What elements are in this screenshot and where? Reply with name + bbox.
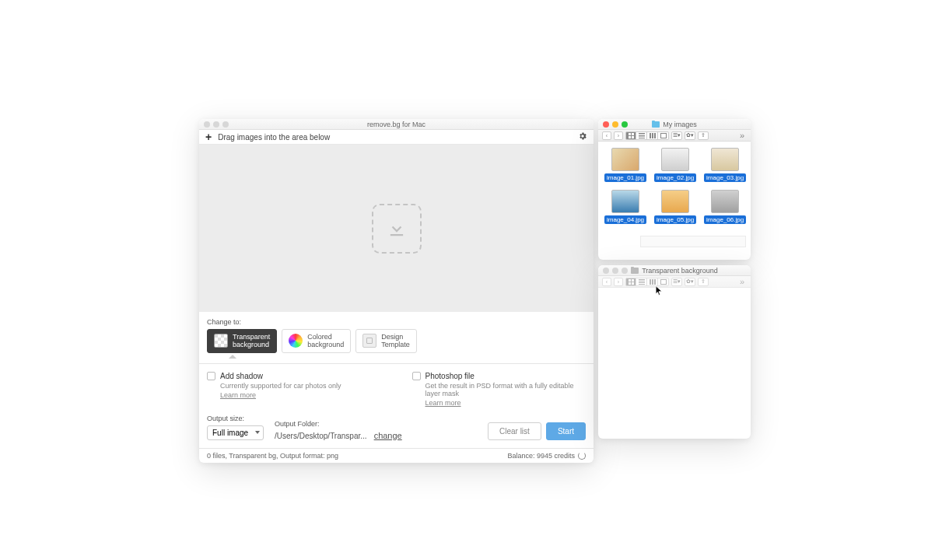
columns-icon — [650, 133, 656, 138]
share-button[interactable]: ⇧ — [698, 278, 709, 286]
back-button[interactable]: ‹ — [602, 278, 611, 286]
group-button[interactable]: ☰▾ — [671, 278, 682, 286]
finder1-titlebar[interactable]: My images — [598, 119, 751, 130]
column-view-button[interactable] — [647, 278, 658, 286]
finder2-titlebar[interactable]: Transparent background — [598, 265, 751, 276]
app-titlebar[interactable]: remove.bg for Mac — [199, 119, 594, 130]
view-switcher[interactable] — [625, 131, 669, 140]
file-item[interactable]: image_03.jpg — [704, 148, 746, 182]
file-grid[interactable]: image_01.jpgimage_02.jpgimage_03.jpgimag… — [598, 142, 751, 230]
output-size-label: Output size: — [207, 415, 264, 422]
finder-transparent-window: Transparent background ‹ › ☰▾ ✿▾ ⇧ » — [598, 265, 751, 439]
drop-zone[interactable] — [199, 145, 594, 312]
psd-label: Photoshop file — [425, 372, 474, 380]
drag-selection-rect — [640, 236, 746, 247]
option-transparent-bg[interactable]: Transparent background — [207, 329, 277, 353]
settings-gear-icon[interactable] — [578, 131, 587, 142]
option-design-template[interactable]: Design Template — [355, 329, 417, 353]
option-colored-bg[interactable]: Colored background — [282, 329, 351, 353]
file-name-label: image_02.jpg — [654, 173, 696, 182]
status-summary: 0 files, Transparent bg, Output format: … — [207, 452, 338, 460]
output-folder-label: Output Folder: — [275, 420, 402, 428]
icon-view-button[interactable] — [625, 131, 636, 140]
gallery-view-button[interactable] — [658, 131, 669, 140]
forward-button[interactable]: › — [614, 131, 623, 140]
file-item[interactable]: image_06.jpg — [704, 190, 746, 224]
output-size-select[interactable]: Full image — [207, 425, 264, 440]
output-options: Add shadow Currently supported for car p… — [199, 363, 594, 411]
clear-list-button[interactable]: Clear list — [488, 422, 541, 440]
close-icon[interactable] — [603, 268, 609, 274]
file-thumbnail — [711, 190, 739, 213]
file-item[interactable]: image_05.jpg — [654, 190, 696, 224]
grid-icon — [629, 279, 634, 285]
share-button[interactable]: ⇧ — [698, 131, 709, 140]
forward-button[interactable]: › — [614, 278, 623, 286]
add-shadow-option: Add shadow Currently supported for car p… — [207, 372, 381, 407]
change-folder-link[interactable]: change — [374, 431, 402, 440]
output-row: Output size: Full image Output Folder: /… — [199, 411, 594, 448]
zoom-icon[interactable] — [622, 268, 628, 274]
refresh-balance-icon[interactable] — [578, 452, 586, 460]
file-name-label: image_04.jpg — [604, 215, 646, 224]
close-icon[interactable] — [603, 121, 609, 128]
add-shadow-checkbox[interactable] — [207, 372, 215, 380]
finder1-title: My images — [663, 121, 697, 128]
group-button[interactable]: ☰▾ — [671, 131, 682, 140]
action-button[interactable]: ✿▾ — [685, 278, 695, 286]
finder-my-images-window: My images ‹ › ☰▾ ✿▾ ⇧ » image_01.jpgimag… — [598, 119, 751, 260]
add-shadow-learn-more[interactable]: Learn more — [220, 391, 256, 399]
folder-icon — [631, 268, 639, 274]
app-title: remove.bg for Mac — [205, 121, 587, 128]
close-icon[interactable] — [204, 121, 210, 128]
minimize-icon[interactable] — [213, 121, 219, 128]
credits-balance: Balance: 9945 credits — [507, 452, 575, 460]
finder1-toolbar: ‹ › ☰▾ ✿▾ ⇧ » — [598, 130, 751, 142]
traffic-lights[interactable] — [603, 121, 628, 128]
psd-checkbox[interactable] — [412, 372, 421, 380]
psd-learn-more[interactable]: Learn more — [425, 399, 461, 407]
list-view-button[interactable] — [636, 278, 647, 286]
action-button[interactable]: ✿▾ — [685, 131, 695, 140]
file-name-label: image_03.jpg — [704, 173, 746, 182]
column-view-button[interactable] — [647, 131, 658, 140]
drag-prompt: Drag images into the area below — [218, 133, 330, 142]
gallery-view-button[interactable] — [658, 278, 669, 286]
traffic-lights[interactable] — [603, 268, 628, 274]
back-button[interactable]: ‹ — [602, 131, 611, 140]
drop-target-icon — [372, 204, 422, 254]
gallery-icon — [660, 133, 667, 138]
option-template-label: Design Template — [381, 333, 410, 349]
file-item[interactable]: image_04.jpg — [604, 190, 646, 224]
zoom-icon[interactable] — [222, 121, 229, 128]
option-transparent-label: Transparent background — [233, 333, 270, 349]
change-to-label: Change to: — [207, 318, 586, 326]
list-icon — [639, 279, 645, 285]
status-bar: 0 files, Transparent bg, Output format: … — [199, 448, 594, 463]
zoom-icon[interactable] — [622, 121, 628, 128]
option-colored-label: Colored background — [307, 333, 344, 349]
finder2-toolbar: ‹ › ☰▾ ✿▾ ⇧ » — [598, 276, 751, 288]
finder2-title: Transparent background — [642, 267, 718, 275]
start-button[interactable]: Start — [546, 422, 586, 440]
traffic-lights[interactable] — [204, 121, 229, 128]
list-icon — [639, 133, 645, 138]
file-thumbnail — [661, 190, 689, 213]
add-images-icon[interactable]: + — [205, 131, 212, 143]
file-item[interactable]: image_01.jpg — [604, 148, 646, 182]
transparent-swatch-icon — [214, 334, 228, 348]
toolbar-overflow-icon[interactable]: » — [737, 131, 747, 140]
file-item[interactable]: image_02.jpg — [654, 148, 696, 182]
minimize-icon[interactable] — [612, 268, 618, 274]
add-shadow-sub: Currently supported for car photos only — [220, 382, 381, 390]
psd-sub: Get the result in PSD format with a full… — [425, 382, 587, 397]
icon-view-button[interactable] — [625, 278, 636, 286]
view-switcher[interactable] — [625, 278, 669, 286]
color-wheel-icon — [289, 334, 303, 348]
toolbar-overflow-icon[interactable]: » — [737, 277, 747, 286]
list-view-button[interactable] — [636, 131, 647, 140]
minimize-icon[interactable] — [612, 121, 618, 128]
file-name-label: image_06.jpg — [704, 215, 746, 224]
file-thumbnail — [661, 148, 689, 171]
empty-folder-area[interactable] — [598, 288, 751, 428]
